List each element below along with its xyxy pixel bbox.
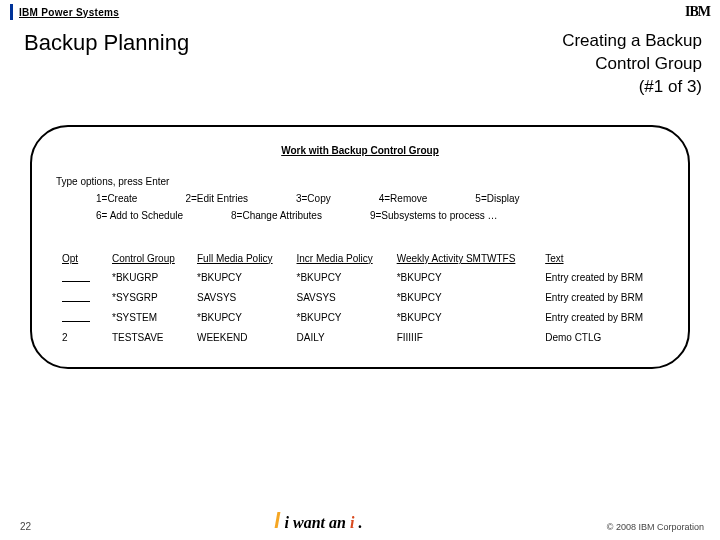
- tagline-accent: i: [350, 514, 354, 532]
- cell-fmp: WEEKEND: [191, 328, 291, 347]
- cell-cg: *SYSTEM: [106, 308, 191, 328]
- product-name: IBM Power Systems: [19, 7, 119, 18]
- topbar-left: IBM Power Systems: [10, 4, 119, 20]
- tagline-text: i want an: [285, 514, 346, 532]
- option-item: 2=Edit Entries: [185, 193, 248, 204]
- options-row-1: 1=Create 2=Edit Entries 3=Copy 4=Remove …: [56, 193, 664, 204]
- cell-imp: *BKUPCY: [291, 308, 391, 328]
- tagline: i want an i.: [276, 512, 363, 532]
- cell-wk: *BKUPCY: [391, 308, 540, 328]
- footer: 22 i want an i. © 2008 IBM Corporation: [0, 512, 720, 532]
- cell-fmp: SAVSYS: [191, 288, 291, 308]
- cell-txt: Entry created by BRM: [539, 308, 664, 328]
- col-wk: Weekly Activity SMTWTFS: [391, 249, 540, 268]
- cell-opt: 2: [56, 328, 106, 347]
- copyright: © 2008 IBM Corporation: [607, 522, 704, 532]
- option-item: 4=Remove: [379, 193, 428, 204]
- accent-bar-icon: [274, 512, 280, 528]
- table-row: *SYSTEM*BKUPCY*BKUPCY*BKUPCYEntry create…: [56, 308, 664, 328]
- table-row: *SYSGRPSAVSYSSAVSYS*BKUPCYEntry created …: [56, 288, 664, 308]
- cell-fmp: *BKUPCY: [191, 308, 291, 328]
- col-txt: Text: [539, 249, 664, 268]
- accent-bar-icon: [10, 4, 13, 20]
- cell-txt: Entry created by BRM: [539, 268, 664, 288]
- cell-opt: [56, 288, 106, 308]
- panel-title: Work with Backup Control Group: [56, 145, 664, 156]
- prompt-text: Type options, press Enter: [56, 176, 664, 187]
- page-subtitle: Creating a Backup Control Group (#1 of 3…: [562, 30, 702, 99]
- cell-txt: Demo CTLG: [539, 328, 664, 347]
- cell-imp: DAILY: [291, 328, 391, 347]
- cell-opt: [56, 268, 106, 288]
- cell-wk: *BKUPCY: [391, 288, 540, 308]
- blank-input-line: [62, 312, 90, 322]
- blank-input-line: [62, 272, 90, 282]
- cell-opt: [56, 308, 106, 328]
- topbar: IBM Power Systems IBM: [0, 0, 720, 22]
- option-item: 1=Create: [96, 193, 137, 204]
- cell-wk: *BKUPCY: [391, 268, 540, 288]
- cell-fmp: *BKUPCY: [191, 268, 291, 288]
- option-item: 3=Copy: [296, 193, 331, 204]
- cell-cg: TESTSAVE: [106, 328, 191, 347]
- cell-imp: *BKUPCY: [291, 268, 391, 288]
- subtitle-line: Control Group: [562, 53, 702, 76]
- cell-cg: *SYSGRP: [106, 288, 191, 308]
- data-table: Opt Control Group Full Media Policy Incr…: [56, 249, 664, 347]
- subtitle-line: (#1 of 3): [562, 76, 702, 99]
- tagline-dot: .: [358, 514, 362, 532]
- col-opt: Opt: [56, 249, 106, 268]
- table-row: 2TESTSAVEWEEKENDDAILYFIIIIIFDemo CTLG: [56, 328, 664, 347]
- table-header-row: Opt Control Group Full Media Policy Incr…: [56, 249, 664, 268]
- option-item: 6= Add to Schedule: [96, 210, 183, 221]
- option-item: 5=Display: [475, 193, 519, 204]
- ibm-logo: IBM: [685, 4, 710, 20]
- option-item: 9=Subsystems to process …: [370, 210, 498, 221]
- blank-input-line: [62, 292, 90, 302]
- table-row: *BKUGRP*BKUPCY*BKUPCY*BKUPCYEntry create…: [56, 268, 664, 288]
- content-panel: Work with Backup Control Group Type opti…: [30, 125, 690, 369]
- header-row: Backup Planning Creating a Backup Contro…: [0, 22, 720, 109]
- options-row-2: 6= Add to Schedule 8=Change Attributes 9…: [56, 210, 664, 221]
- cell-wk: FIIIIIF: [391, 328, 540, 347]
- cell-txt: Entry created by BRM: [539, 288, 664, 308]
- col-imp: Incr Media Policy: [291, 249, 391, 268]
- option-item: 8=Change Attributes: [231, 210, 322, 221]
- page-number: 22: [20, 521, 31, 532]
- cell-cg: *BKUGRP: [106, 268, 191, 288]
- cell-imp: SAVSYS: [291, 288, 391, 308]
- subtitle-line: Creating a Backup: [562, 30, 702, 53]
- col-fmp: Full Media Policy: [191, 249, 291, 268]
- col-cg: Control Group: [106, 249, 191, 268]
- page-title: Backup Planning: [24, 30, 189, 99]
